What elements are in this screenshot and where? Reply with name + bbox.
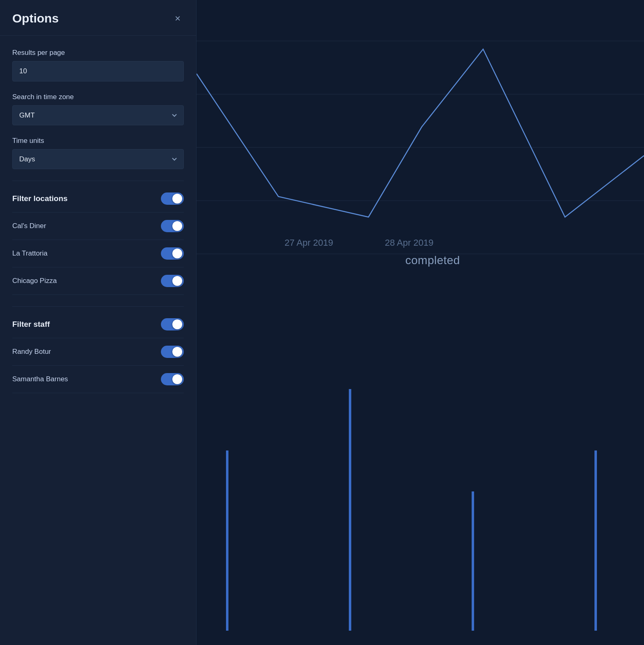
- randy-botur-label: Randy Botur: [12, 348, 51, 356]
- panel-title: Options: [12, 11, 59, 25]
- chicago-pizza-row: Chicago Pizza: [12, 267, 184, 295]
- divider-1: [12, 181, 184, 181]
- samantha-barnes-thumb: [172, 374, 182, 384]
- time-units-select[interactable]: Days Hours Weeks Months: [12, 149, 184, 169]
- randy-botur-thumb: [172, 347, 182, 357]
- samantha-barnes-label: Samantha Barnes: [12, 375, 68, 383]
- filter-locations-thumb: [172, 194, 182, 204]
- filter-staff-title: Filter staff: [12, 320, 50, 329]
- results-per-page-group: Results per page: [12, 49, 184, 81]
- results-per-page-label: Results per page: [12, 49, 184, 57]
- la-trattoria-track: [161, 247, 184, 260]
- filter-locations-section: Filter locations Cal's Diner La Tr: [12, 192, 184, 295]
- time-zone-group: Search in time zone GMT UTC EST PST CST: [12, 93, 184, 125]
- randy-botur-row: Randy Botur: [12, 338, 184, 366]
- results-per-page-input[interactable]: [12, 61, 184, 81]
- filter-staff-section: Filter staff Randy Botur Samantha: [12, 318, 184, 393]
- time-zone-label: Search in time zone: [12, 93, 184, 101]
- panel-body: Results per page Search in time zone GMT…: [0, 36, 196, 416]
- la-trattoria-thumb: [172, 249, 182, 258]
- la-trattoria-toggle[interactable]: [161, 247, 184, 260]
- filter-staff-header-row: Filter staff: [12, 318, 184, 338]
- completed-text: completed: [405, 254, 460, 267]
- samantha-barnes-toggle[interactable]: [161, 373, 184, 385]
- svg-text:27 Apr 2019: 27 Apr 2019: [285, 238, 333, 248]
- filter-locations-title: Filter locations: [12, 194, 68, 203]
- filter-staff-track: [161, 318, 184, 330]
- chicago-pizza-toggle[interactable]: [161, 275, 184, 287]
- chicago-pizza-track: [161, 275, 184, 287]
- panel-header: Options ×: [0, 0, 196, 36]
- samantha-barnes-track: [161, 373, 184, 385]
- filter-staff-thumb: [172, 319, 182, 329]
- randy-botur-toggle[interactable]: [161, 346, 184, 358]
- samantha-barnes-row: Samantha Barnes: [12, 366, 184, 393]
- randy-botur-track: [161, 346, 184, 358]
- cals-diner-row: Cal's Diner: [12, 213, 184, 240]
- cals-diner-thumb: [172, 221, 182, 231]
- time-units-label: Time units: [12, 137, 184, 145]
- time-units-group: Time units Days Hours Weeks Months: [12, 137, 184, 169]
- cals-diner-label: Cal's Diner: [12, 222, 46, 230]
- options-panel: Options × Results per page Search in tim…: [0, 0, 197, 645]
- cals-diner-toggle[interactable]: [161, 220, 184, 232]
- chicago-pizza-label: Chicago Pizza: [12, 277, 57, 285]
- filter-locations-toggle[interactable]: [161, 192, 184, 205]
- cals-diner-track: [161, 220, 184, 232]
- la-trattoria-label: La Trattoria: [12, 249, 47, 258]
- time-zone-select[interactable]: GMT UTC EST PST CST: [12, 105, 184, 125]
- filter-locations-header-row: Filter locations: [12, 192, 184, 213]
- svg-text:28 Apr 2019: 28 Apr 2019: [385, 238, 434, 248]
- close-button[interactable]: ×: [172, 12, 184, 25]
- la-trattoria-row: La Trattoria: [12, 240, 184, 267]
- divider-2: [12, 306, 184, 307]
- chart-background: 27 Apr 2019 28 Apr 2019 completed: [197, 0, 644, 645]
- filter-locations-track: [161, 192, 184, 205]
- chicago-pizza-thumb: [172, 276, 182, 286]
- filter-staff-toggle[interactable]: [161, 318, 184, 330]
